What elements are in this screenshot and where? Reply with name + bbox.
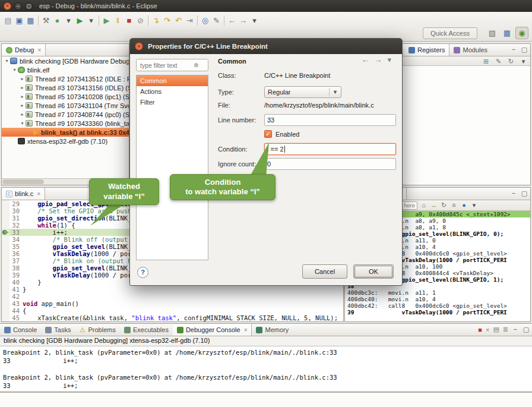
code-line[interactable]: 41} [2,286,343,293]
tab-registers[interactable]: Registers [404,44,449,56]
history-menu-icon[interactable]: ▾ [249,15,260,26]
expander-icon[interactable]: ▸ [19,94,26,99]
refresh-icon[interactable]: ↻ [506,58,515,65]
breakpoint-toggle-icon[interactable]: ● [460,201,468,209]
console-output[interactable]: Breakpoint 2, blink_task (pvParameter=0x… [0,346,532,391]
tree-item-thread-7[interactable]: ▸Thread #7 1073408744 (ipc0) (Suspended) [2,110,129,119]
tree-item-blink-elf[interactable]: ▾blink.elf [2,65,129,74]
type-dropdown[interactable]: Regular ▼ [264,86,341,98]
line-number-input[interactable] [264,114,396,126]
maximize-icon[interactable]: ▢ [520,46,528,53]
ok-button[interactable]: OK [353,264,394,279]
view-menu-icon[interactable]: ▾ [470,201,479,209]
code-line[interactable]: 45 xTaskCreate(&blink_task, "blink_task"… [2,314,343,321]
step-over-icon[interactable]: ↷ [162,15,173,26]
clear-filter-icon[interactable]: ⊗ [194,62,198,68]
maximize-icon[interactable]: ▢ [520,190,528,197]
suspend-icon[interactable]: ‖ [112,15,124,26]
back-history-icon[interactable]: ← [226,15,238,26]
expander-icon[interactable]: ▸ [19,85,26,90]
disassembly-line[interactable]: 400dbc40: movi.n a10, 4 [345,296,530,302]
tab-modules[interactable]: Modules [449,44,492,56]
enabled-checkbox[interactable]: ✓ [264,130,272,138]
scrollbar-thumb[interactable] [2,179,44,184]
step-return-icon[interactable]: ↶ [173,15,184,26]
instruction-stepping-icon[interactable]: ⇥ [184,15,195,26]
ignore-count-input[interactable] [264,158,396,170]
tab-problems[interactable]: ⚠Problems [75,324,119,336]
mark-occurrences-icon[interactable]: ✎ [211,15,222,26]
forward-history-icon[interactable]: → [238,15,249,26]
layout-icon[interactable]: ⊞ [482,58,490,65]
edit-register-icon[interactable]: ✎ [494,58,503,65]
dialog-section-common[interactable]: Common [137,75,208,86]
close-icon[interactable]: × [37,47,41,53]
disassembly-line[interactable]: 400dbc42: call8 0x400dc6c0 <gpio_set_lev… [345,302,530,309]
minimize-icon[interactable]: − [509,190,518,197]
dialog-section-actions[interactable]: Actions [137,86,208,97]
debug-icon[interactable]: ● [52,15,63,26]
tab-console[interactable]: Console [0,324,41,336]
tab-tasks[interactable]: Tasks [41,324,75,336]
terminate-icon[interactable]: ■ [124,15,135,26]
tree-item-thread-2[interactable]: ▸Thread #2 1073413512 (IDLE : Running) [2,74,129,83]
close-icon[interactable]: × [244,327,248,333]
filter-input[interactable] [139,61,194,70]
run-icon[interactable]: ▶ [74,15,86,26]
tab-blink-c[interactable]: C blink.c × [2,188,45,200]
save-all-icon[interactable]: ▦ [25,15,36,26]
show-source-icon[interactable]: ≡ [449,201,458,209]
code-line[interactable]: 42 [2,293,343,300]
resume-icon[interactable]: ▶ [101,15,112,26]
quick-access-button[interactable]: Quick Access [423,27,477,39]
open-perspective-icon[interactable]: ▧ [486,27,499,39]
view-menu-icon[interactable]: ▾ [519,58,528,65]
disassembly-line[interactable]: 400dbc3c: movi.n a11, 1 [345,289,530,296]
expander-icon[interactable]: ▸ [19,112,26,117]
debug-perspective-button[interactable]: ◉ [515,27,528,39]
expander-icon[interactable]: ▸ [19,103,26,108]
build-icon[interactable]: ⚒ [40,15,52,26]
code-line[interactable]: 43void app_main() [2,300,343,307]
back-icon[interactable]: ← [361,55,369,64]
forward-icon[interactable]: → [374,55,382,64]
tree-item-launch[interactable]: ▾blink checking [GDB Hardware Debugging] [2,56,129,65]
tab-executables[interactable]: Executables [120,324,173,336]
view-menu-icon[interactable]: ▾ [387,55,391,64]
window-minimize-button[interactable]: − [14,2,22,10]
disconnect-icon[interactable]: ⊘ [135,15,146,26]
cpp-perspective-button[interactable]: ▦ [501,27,514,39]
disassembly-line[interactable]: 39 vTaskDelay(1000 / portTICK_PERI [345,309,530,315]
code-line[interactable]: 44{ [2,307,343,314]
cancel-button[interactable]: Cancel [302,264,347,279]
step-into-icon[interactable]: ↴ [150,15,162,26]
tab-debug[interactable]: Debug × [2,44,46,56]
tree-item-thread-9[interactable]: ▾Thread #9 1073433360 (blink_task : Susp… [2,119,129,128]
debug-menu-icon[interactable]: ▾ [63,15,74,26]
expander-icon[interactable]: ▸ [19,76,26,81]
remove-launch-icon[interactable]: × [486,326,489,333]
condition-input[interactable]: i == 2 [264,143,396,155]
expander-icon[interactable]: ▾ [19,121,26,126]
terminate-icon[interactable]: ■ [478,326,482,333]
help-button[interactable]: ? [137,267,148,278]
tree-item-gdb-process[interactable]: xtensa-esp32-elf-gdb (7.10) [2,137,129,146]
window-maximize-button[interactable]: ▢ [25,2,33,10]
skip-breakpoints-icon[interactable]: ◎ [200,15,211,26]
dialog-close-button[interactable]: × [135,42,143,51]
scroll-lock-icon[interactable]: ≣ [503,326,508,333]
run-menu-icon[interactable]: ▾ [86,15,97,26]
new-wizard-icon[interactable]: ▤ [2,15,14,26]
tree-item-thread-5[interactable]: ▸Thread #5 1073410208 (ipc1) (Suspended) [2,92,129,101]
home-icon[interactable]: ⌂ [419,201,428,209]
clear-console-icon[interactable]: ▤ [493,326,499,333]
save-icon[interactable]: ▣ [14,15,25,26]
tree-item-thread-6[interactable]: ▸Thread #6 1073431104 (Tmr Svc) (Suspend… [2,101,129,110]
minimize-icon[interactable]: − [511,326,520,333]
link-with-active-icon[interactable]: → [429,201,438,209]
tab-memory[interactable]: Memory [252,324,293,336]
expander-icon[interactable]: ▾ [4,58,10,64]
tree-item-thread-3[interactable]: ▸Thread #3 1073413156 (IDLE) (Suspended) [2,83,129,92]
tree-item-stack-frame[interactable]: blink_task() at blink.c:33 0x400dbc08 [2,128,129,137]
window-close-button[interactable]: × [4,2,11,10]
